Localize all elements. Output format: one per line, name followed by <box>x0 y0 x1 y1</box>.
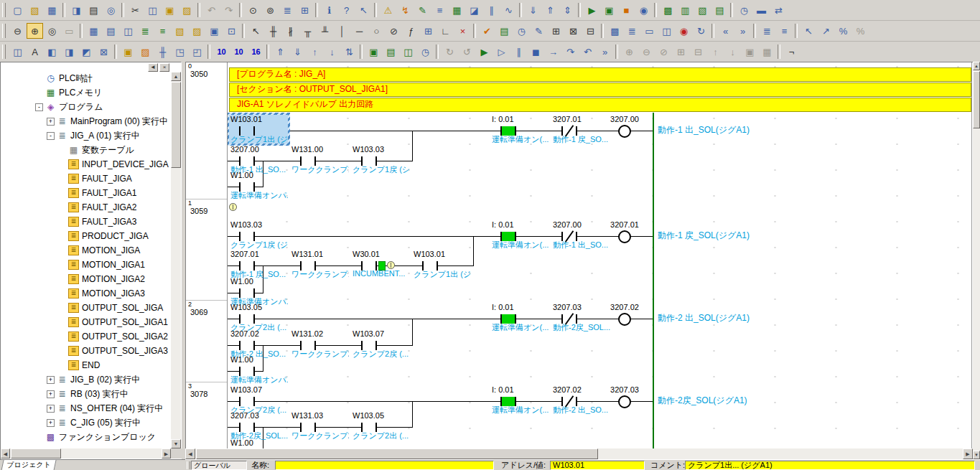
horizontal-line-button[interactable]: ─ <box>351 23 368 39</box>
tree-hscroll-thumb[interactable] <box>11 448 61 459</box>
show-ruler-button[interactable]: ▤ <box>103 23 119 39</box>
online-edit-button[interactable]: ✎ <box>414 2 431 18</box>
select-tool-button[interactable]: ↖ <box>248 23 264 39</box>
comment-width-10-button[interactable]: 10 <box>213 44 230 60</box>
tree-vscrollbar[interactable]: ▲ ▼ <box>171 72 181 448</box>
return-connector-button[interactable]: ¬ <box>783 44 800 60</box>
ladder-contact[interactable]: I: 0.01 運転準備オン(... <box>490 115 551 145</box>
detail-window-button[interactable]: ◰ <box>189 44 205 60</box>
plc-memory-button[interactable]: ▩ <box>660 2 676 18</box>
tree-item-output-sol-jiga3[interactable]: ≣OUTPUT_SOL_JIGA3 <box>1 344 172 358</box>
move-rung-down-button[interactable]: ↓ <box>324 44 340 60</box>
contact-nc-button[interactable]: ∦ <box>282 23 299 39</box>
copy-button[interactable]: ◫ <box>144 2 161 18</box>
ladder-contact[interactable]: W1.00 運転準備オンパ... <box>229 355 289 385</box>
edit-comment-button[interactable]: ✎ <box>531 23 547 39</box>
run-mode-button[interactable]: ▶ <box>584 2 600 18</box>
contact-no-button[interactable]: ╫ <box>265 23 281 39</box>
ladder-hscroll-thumb[interactable] <box>196 448 598 459</box>
force-off-button[interactable]: ⊖ <box>638 44 655 60</box>
closed-coil-button[interactable]: ⊘ <box>386 23 402 39</box>
ladder-editor[interactable]: [プログラム名 : JIG_A] [セクション名 : OUTPUT_SOL_JI… <box>185 62 974 450</box>
scale-down-button[interactable]: % <box>852 23 869 39</box>
tree-item-ns-ohter[interactable]: +≣NS_OHTER (04) 実行中 <box>1 401 172 415</box>
io-refresh-button[interactable]: ↻ <box>693 23 709 39</box>
section-view-button[interactable]: ▨ <box>189 23 205 39</box>
plc-clock-button[interactable]: ◷ <box>736 2 752 18</box>
close-all-windows-button[interactable]: ⊠ <box>95 44 112 60</box>
tree-item-rb[interactable]: +≣RB (03) 実行中 <box>1 387 172 401</box>
monitor-window-1-button[interactable]: ▣ <box>365 44 382 60</box>
tree-item-input-device-jiga[interactable]: ≣INPUT_DEVICE_JIGA <box>1 157 172 171</box>
tree-item-product-jiga[interactable]: ≣PRODUCT_JIGA <box>1 229 172 243</box>
download-to-plc-button[interactable]: ⇓ <box>525 2 541 18</box>
tree-item-fault-jiga[interactable]: ≣FAULT_JIGA <box>1 171 172 186</box>
swap-rungs-button[interactable]: ⇅ <box>341 44 358 60</box>
tree-scroll-up-button[interactable]: ▲ <box>171 72 181 81</box>
tree-item-programs[interactable]: -◈プログラム <box>1 100 172 114</box>
error-log-button[interactable]: ⚠ <box>380 2 396 18</box>
set-bit-button[interactable]: ⊞ <box>673 44 689 60</box>
transfer-settings-button[interactable]: ⇄ <box>770 2 787 18</box>
dual-monitor-button[interactable]: ◫ <box>400 44 416 60</box>
symbol-table-button[interactable]: ≡ <box>431 2 448 18</box>
ladder-contact[interactable]: W103.03 クランプ1戻 (シ... <box>351 145 411 175</box>
ladder-contact[interactable]: W131.03 ワーククランプ2戻... <box>290 411 350 441</box>
move-rung-up-button[interactable]: ↑ <box>307 44 323 60</box>
save-button[interactable]: ▦ <box>44 2 60 18</box>
edit-report-button[interactable]: ◨ <box>68 2 85 18</box>
tree-item-symbol-table[interactable]: ▦変数テーブル <box>1 143 172 157</box>
tree-item-output-sol-jiga1[interactable]: ≣OUTPUT_SOL_JIGA1 <box>1 315 172 329</box>
stop-button[interactable]: ◼ <box>528 44 544 60</box>
grid-style-button[interactable]: ▨ <box>137 44 154 60</box>
ladder-contact[interactable]: W131.02 ワーククランプ2出... <box>290 329 350 359</box>
tile-horizontal-button[interactable]: ◨ <box>61 44 78 60</box>
restore-monitor-button[interactable]: ↺ <box>459 44 475 60</box>
undo-button[interactable]: ↶ <box>203 2 220 18</box>
paste-button[interactable]: ▣ <box>162 2 178 18</box>
comment-list-button[interactable]: ≡ <box>776 23 793 39</box>
jump-back-button[interactable]: ↖ <box>801 23 817 39</box>
step-out-button[interactable]: ↶ <box>579 44 596 60</box>
outdent-button[interactable]: « <box>717 23 734 39</box>
insert-rung-above-button[interactable]: ⇑ <box>272 44 289 60</box>
step-over-button[interactable]: ↷ <box>562 44 579 60</box>
help-button[interactable]: ? <box>338 2 355 18</box>
run-button[interactable]: ▶ <box>476 44 493 60</box>
tree-scroll-down-button[interactable]: ▼ <box>171 439 181 448</box>
new-instruction-button[interactable]: ƒ <box>403 23 419 39</box>
tree-hscrollbar[interactable]: ◀ ▶ <box>1 448 171 459</box>
delete-rung-button[interactable]: ⊠ <box>565 23 582 39</box>
step-into-button[interactable]: → <box>545 44 561 60</box>
pause-button[interactable]: ∥ <box>510 44 527 60</box>
tree-vscroll-thumb[interactable] <box>171 82 181 168</box>
rung-list-button[interactable]: ≣ <box>759 23 775 39</box>
ladder-contact[interactable]: W103.05 クランプ2出 (... <box>229 303 289 333</box>
ladder-contact[interactable]: W1.00 運転準備オンパ... <box>229 171 289 201</box>
tree-item-plc-memory[interactable]: ▦PLCメモリ <box>1 85 172 100</box>
ladder-contact[interactable]: W103.03 クランプ1戻 (ジ... <box>229 220 289 250</box>
coil-button[interactable]: ○ <box>368 23 385 39</box>
ladder-contact[interactable]: W103.07 クランプ2戻 (... <box>351 329 411 359</box>
clock-pulse-monitor-button[interactable]: ◷ <box>417 44 434 60</box>
ladder-vscrollbar[interactable]: ▲ ▼ <box>973 62 980 459</box>
ladder-contact[interactable]: W103.01 クランプ1出 (ジ... <box>412 250 472 280</box>
show-io-comments-button[interactable]: ≣ <box>137 23 154 39</box>
expander-plus-icon[interactable]: + <box>47 118 55 126</box>
print-preview-button[interactable]: ◎ <box>103 2 119 18</box>
ladder-contact[interactable]: W103.01 クランプ1出 (ジ... <box>229 115 289 145</box>
insert-rung-button[interactable]: ⊞ <box>548 23 564 39</box>
comment-chars-16-button[interactable]: 16 <box>248 44 264 60</box>
symbol-bar-grip[interactable] <box>187 461 190 469</box>
io-comment-browser-button[interactable]: ◫ <box>658 23 675 39</box>
ladder-scroll-up-button[interactable]: ▲ <box>973 62 980 70</box>
split-window-button[interactable]: ◫ <box>120 23 136 39</box>
tile-vertical-button[interactable]: ◩ <box>78 44 95 60</box>
highlight-style-button[interactable]: ▣ <box>120 44 136 60</box>
zoom-normal-button[interactable]: ◎ <box>44 23 60 39</box>
tree-item-jig-b[interactable]: +≣JIG_B (02) 実行中 <box>1 372 172 387</box>
data-trace-button[interactable]: ∿ <box>500 2 517 18</box>
timer-monitor-button[interactable]: ◷ <box>513 23 530 39</box>
circuit-parts-button[interactable]: ╫ <box>154 44 171 60</box>
clear-monitor-button[interactable]: ▦ <box>759 44 775 60</box>
